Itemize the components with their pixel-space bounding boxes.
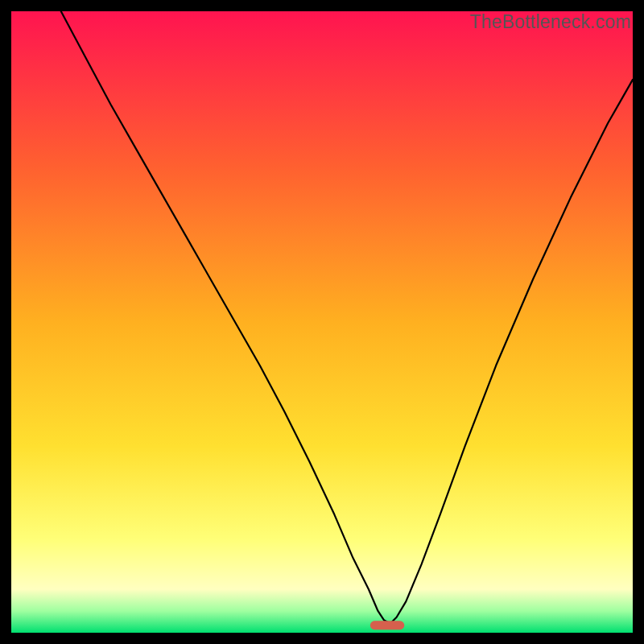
chart-frame: TheBottleneck.com <box>0 0 644 644</box>
plot-area: TheBottleneck.com <box>11 11 633 633</box>
gradient-background <box>11 11 633 633</box>
optimum-marker <box>370 621 404 630</box>
watermark-text: TheBottleneck.com <box>470 11 631 33</box>
bottleneck-chart <box>11 11 633 633</box>
